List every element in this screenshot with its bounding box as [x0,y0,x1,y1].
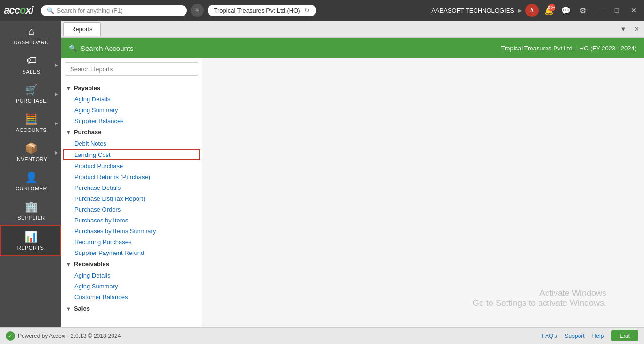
reports-panel: ▼ Payables Aging Details Aging Summary S… [61,58,644,327]
footer-right: FAQ's Support Help Exit [542,330,638,341]
list-item[interactable]: Product Returns (Purchase) [61,172,202,182]
collapse-purchase-icon: ▼ [66,130,71,135]
tab-close-button[interactable]: ✕ [631,24,642,35]
sidebar-item-sales[interactable]: 🏷 SALES ▶ [0,50,61,79]
list-item[interactable]: Product Purchase [61,161,202,172]
collapse-receivables-icon: ▼ [66,262,71,267]
company-name-top: AABASOFT TECHNOLOGIES [431,7,514,14]
accounts-icon: 🧮 [25,113,38,125]
sidebar-item-purchase[interactable]: 🛒 PURCHASE ▶ [0,79,61,108]
chevron-right-icon-inventory: ▶ [55,150,58,155]
list-item[interactable]: Purchase Orders [61,204,202,215]
chevron-right-icon-accounts: ▶ [55,121,58,126]
company-name: Tropical Treasures Pvt Ltd.(HO) [214,7,300,14]
page-header: 🔍 Search Accounts Tropical Treasures Pvt… [61,38,644,58]
avatar: A [525,4,539,17]
sidebar-label-dashboard: DASHBOARD [14,40,48,45]
category-purchase[interactable]: ▼ Purchase [61,126,202,138]
reports-search-input[interactable] [65,62,198,76]
preview-area: Activate Windows Go to Settings to activ… [202,58,644,327]
supplier-icon: 🏢 [25,201,38,213]
support-link[interactable]: Support [565,333,585,339]
tab-reports[interactable]: Reports [63,22,101,36]
sidebar: ⌂ DASHBOARD 🏷 SALES ▶ 🛒 PURCHASE ▶ 🧮 ACC… [0,21,61,327]
topbar-right: AABASOFT TECHNOLOGIES ▶ A 🔔 99+ 💬 ⚙ — □ … [431,4,640,17]
sidebar-item-inventory[interactable]: 📦 INVENTORY ▶ [0,138,61,167]
list-item[interactable]: Purchase List(Tax Report) [61,193,202,204]
sidebar-item-accounts[interactable]: 🧮 ACCOUNTS ▶ [0,108,61,138]
sidebar-item-dashboard[interactable]: ⌂ DASHBOARD [0,21,61,50]
company-selector[interactable]: Tropical Treasures Pvt Ltd.(HO) ↻ [208,5,316,16]
sidebar-item-supplier[interactable]: 🏢 SUPPLIER [0,196,61,225]
add-button[interactable]: + [191,4,204,17]
chevron-right-icon-purchase: ▶ [55,91,58,97]
list-item[interactable]: Purchase Details [61,182,202,193]
reports-search-container [61,58,202,80]
refresh-icon[interactable]: ↻ [304,7,310,14]
sidebar-label-purchase: PURCHASE [16,98,47,104]
sidebar-label-accounts: ACCOUNTS [16,127,47,133]
app-logo: accoxi [4,4,33,16]
global-search-placeholder: Search for anything (F1) [57,7,123,14]
powered-by-label: Powered by Accoxi - 2.0.13 © 2018-2024 [18,333,121,339]
list-item[interactable]: Customer Balances [61,292,202,303]
category-sales-label: Sales [74,305,90,312]
category-sales[interactable]: ▼ Sales [61,303,202,314]
search-icon: 🔍 [47,7,54,14]
watermark-line1: Activate Windows [473,288,606,298]
footer-logo: ✓ Powered by Accoxi - 2.0.13 © 2018-2024 [6,331,121,341]
reports-icon: 📊 [24,231,37,243]
category-payables[interactable]: ▼ Payables [61,82,202,94]
inventory-icon: 📦 [25,142,38,155]
minimize-button[interactable]: — [593,4,606,17]
company-info: Tropical Treasures Pvt Ltd. - HO (FY 202… [501,45,636,52]
collapse-payables-icon: ▼ [66,85,71,91]
notifications-icon[interactable]: 🔔 99+ [542,4,555,17]
watermark-line2: Go to Settings to activate Windows. [473,298,606,308]
customer-icon: 👤 [25,172,38,184]
maximize-button[interactable]: □ [610,4,623,17]
purchase-icon: 🛒 [25,84,38,96]
list-item[interactable]: Purchases by Items Summary [61,226,202,237]
help-link[interactable]: Help [592,333,604,339]
close-button[interactable]: ✕ [627,4,640,17]
tab-bar: Reports ▼ ✕ [61,21,644,38]
collapse-sales-icon: ▼ [66,306,71,311]
list-item[interactable]: Supplier Balances [61,115,202,126]
list-item[interactable]: Aging Summary [61,105,202,115]
list-item[interactable]: Aging Details [61,94,202,105]
list-item[interactable]: Aging Summary [61,281,202,292]
reports-tree: ▼ Payables Aging Details Aging Summary S… [61,80,202,327]
chevron-right-icon: ▶ [55,62,58,67]
list-item[interactable]: Purchases by Items [61,215,202,226]
sidebar-label-sales: SALES [23,69,40,74]
footer: ✓ Powered by Accoxi - 2.0.13 © 2018-2024… [0,327,644,344]
content-area: Reports ▼ ✕ 🔍 Search Accounts Tropical T… [61,21,644,327]
faq-link[interactable]: FAQ's [542,333,557,339]
list-item[interactable]: Aging Details [61,270,202,281]
category-payables-label: Payables [74,84,100,91]
sidebar-item-customer[interactable]: 👤 CUSTOMER [0,167,61,196]
sidebar-item-reports[interactable]: 📊 REPORTS [0,225,61,256]
global-search[interactable]: 🔍 Search for anything (F1) [41,5,187,16]
sidebar-label-reports: REPORTS [17,245,44,251]
topbar: accoxi 🔍 Search for anything (F1) + Trop… [0,0,644,21]
exit-button[interactable]: Exit [611,330,638,341]
landing-cost-item[interactable]: Landing Cost [63,149,200,160]
tab-reports-label: Reports [71,25,93,33]
notification-badge: 99+ [548,4,555,11]
tab-dropdown-button[interactable]: ▼ [618,24,629,35]
list-item[interactable]: Debit Notes [61,138,202,149]
main-layout: ⌂ DASHBOARD 🏷 SALES ▶ 🛒 PURCHASE ▶ 🧮 ACC… [0,21,644,327]
sidebar-label-supplier: SUPPLIER [17,215,45,221]
company-dropdown-icon[interactable]: ▶ [518,8,522,14]
reports-list: ▼ Payables Aging Details Aging Summary S… [61,58,202,327]
list-item[interactable]: Supplier Payment Refund [61,247,202,258]
list-item[interactable]: Recurring Purchases [61,237,202,247]
messages-icon[interactable]: 💬 [559,4,572,17]
category-receivables[interactable]: ▼ Receivables [61,258,202,270]
sidebar-label-customer: CUSTOMER [16,186,47,191]
watermark: Activate Windows Go to Settings to activ… [473,288,606,308]
tab-controls: ▼ ✕ [618,24,642,35]
settings-icon[interactable]: ⚙ [576,4,589,17]
